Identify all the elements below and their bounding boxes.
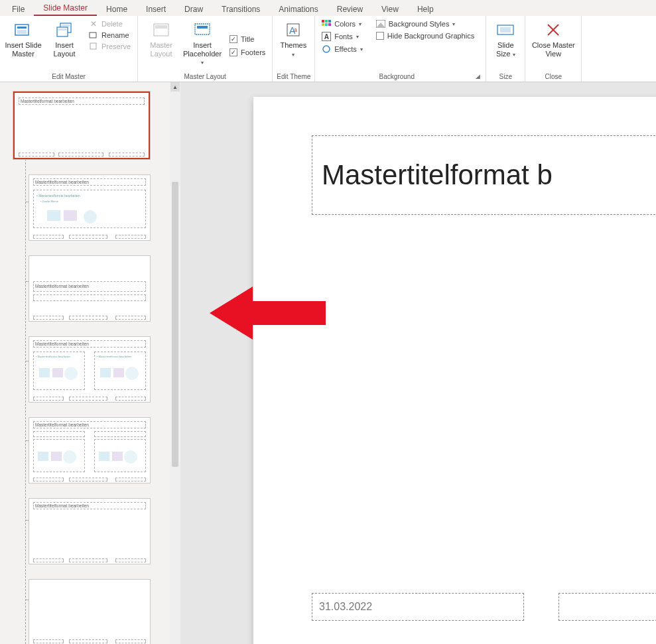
svg-point-32 <box>84 210 97 224</box>
svg-text:a: a <box>294 27 297 33</box>
edit-master-group-label: Edit Master <box>4 72 133 81</box>
preserve-icon <box>89 42 98 51</box>
layout-thumbnail[interactable] <box>29 580 150 644</box>
menu-draw[interactable]: Draw <box>175 3 212 16</box>
checkbox-checked-icon <box>230 35 237 43</box>
svg-rect-1 <box>17 27 27 29</box>
layout-thumbnail[interactable]: Mastertitelformat bearbeiten • Mastertes… <box>29 337 150 402</box>
master-thumbnail[interactable]: Mastertitelformat bearbeiten <box>13 92 150 159</box>
insert-slide-master-button[interactable]: Insert Slide Master <box>4 19 42 72</box>
menu-file[interactable]: File <box>3 3 34 16</box>
title-checkbox[interactable]: Title <box>227 34 268 44</box>
footer-placeholder[interactable] <box>558 593 656 621</box>
colors-button[interactable]: Colors▾ <box>319 19 365 29</box>
svg-rect-12 <box>197 26 208 29</box>
checkbox-icon <box>376 32 384 40</box>
svg-rect-21 <box>328 23 331 26</box>
fonts-button[interactable]: AFonts▾ <box>319 31 365 42</box>
chevron-down-icon: ▾ <box>513 52 515 58</box>
close-group-label: Close <box>529 72 577 81</box>
ribbon-group-background: Colors▾ AFonts▾ Effects▾ Background Styl… <box>315 16 486 82</box>
svg-rect-18 <box>328 20 331 23</box>
thumbnail-scrollbar[interactable]: ▲ <box>170 82 180 644</box>
slide-size-button[interactable]: Slide Size ▾ <box>490 19 521 72</box>
chevron-down-icon: ▾ <box>292 52 295 58</box>
svg-rect-30 <box>47 210 60 221</box>
svg-rect-16 <box>322 20 324 23</box>
svg-text:• Mastertestformat bearbeiten: • Mastertestformat bearbeiten <box>97 355 132 358</box>
ribbon: Insert Slide Master Insert Layout ✕Delet… <box>0 16 656 82</box>
layout-thumbnail[interactable]: Mastertitelformat bearbeiten <box>29 256 150 321</box>
chevron-down-icon: ▾ <box>360 46 363 52</box>
background-styles-icon <box>376 19 385 29</box>
svg-rect-6 <box>58 29 66 31</box>
svg-point-36 <box>64 367 78 380</box>
colors-icon <box>322 19 331 29</box>
menu-animations[interactable]: Animations <box>269 3 327 16</box>
delete-button: ✕Delete <box>86 19 133 29</box>
tree-line <box>25 99 26 644</box>
svg-rect-41 <box>38 452 48 461</box>
menu-insert[interactable]: Insert <box>137 3 175 16</box>
svg-rect-44 <box>99 452 109 461</box>
rename-button[interactable]: Rename <box>86 30 133 40</box>
insert-layout-label: Insert Layout <box>45 41 84 58</box>
svg-point-22 <box>323 46 330 52</box>
scroll-thumb[interactable] <box>172 182 178 467</box>
insert-layout-icon <box>54 20 75 40</box>
svg-rect-35 <box>52 368 63 377</box>
ribbon-group-edit-theme: Aa Themes▾ Edit Theme <box>273 16 315 82</box>
svg-rect-31 <box>64 210 77 221</box>
date-placeholder[interactable]: 31.03.2022 <box>312 593 524 621</box>
themes-button[interactable]: Aa Themes▾ <box>277 19 310 72</box>
menu-bar: File Slide Master Home Insert Draw Trans… <box>0 0 656 16</box>
master-layout-group-label: Master Layout <box>142 72 268 81</box>
scroll-up-icon[interactable]: ▲ <box>170 82 180 92</box>
insert-slide-master-icon <box>13 20 34 40</box>
slide-canvas-area: Mastertitelformat b 31.03.2022 <box>180 82 656 644</box>
svg-text:• Mastertestformat bearbeiten: • Mastertestformat bearbeiten <box>36 355 71 358</box>
svg-rect-19 <box>322 23 324 26</box>
edit-theme-group-label: Edit Theme <box>277 72 310 81</box>
dialog-launcher-icon[interactable]: ◢ <box>474 73 482 80</box>
menu-review[interactable]: Review <box>328 3 372 16</box>
menu-slide-master[interactable]: Slide Master <box>34 1 97 16</box>
layout-thumbnail[interactable]: Mastertitelformat bearbeiten <box>29 499 150 564</box>
svg-point-46 <box>124 450 137 464</box>
close-master-view-button[interactable]: Close Master View <box>529 19 577 72</box>
svg-rect-2 <box>17 30 27 34</box>
slide-size-icon <box>495 20 516 40</box>
menu-transitions[interactable]: Transitions <box>212 3 269 16</box>
hide-background-checkbox[interactable]: Hide Background Graphics <box>373 31 477 40</box>
svg-rect-7 <box>90 32 96 38</box>
master-layout-button: Master Layout <box>142 19 180 72</box>
menu-home[interactable]: Home <box>97 3 137 16</box>
title-placeholder[interactable]: Mastertitelformat b <box>312 135 656 215</box>
background-styles-button[interactable]: Background Styles▾ <box>373 19 477 29</box>
insert-layout-button[interactable]: Insert Layout <box>45 19 84 72</box>
svg-rect-8 <box>90 43 96 49</box>
effects-button[interactable]: Effects▾ <box>319 44 365 54</box>
layout-thumbnail[interactable]: Mastertitelformat bearbeiten • Mastertes… <box>29 175 150 240</box>
layout-thumbnail[interactable]: Mastertitelformat bearbeiten <box>29 418 150 483</box>
insert-placeholder-button[interactable]: Insert Placeholder ▾ <box>183 19 222 72</box>
slide-canvas[interactable]: Mastertitelformat b 31.03.2022 <box>253 97 656 644</box>
svg-rect-34 <box>39 368 50 377</box>
svg-rect-10 <box>155 25 167 29</box>
ribbon-group-size: Slide Size ▾ Size <box>486 16 525 82</box>
ribbon-group-master-layout: Master Layout Insert Placeholder ▾ Title… <box>138 16 273 82</box>
svg-marker-47 <box>210 287 326 340</box>
footers-checkbox[interactable]: Footers <box>227 48 268 57</box>
delete-icon: ✕ <box>89 19 98 29</box>
size-group-label: Size <box>490 72 521 81</box>
chevron-down-icon: ▾ <box>452 21 455 27</box>
rename-icon <box>89 31 98 40</box>
svg-rect-17 <box>325 20 328 23</box>
fonts-icon: A <box>322 32 331 41</box>
menu-help[interactable]: Help <box>408 3 443 16</box>
thumbnail-panel: Mastertitelformat bearbeiten Mastertitel… <box>0 82 180 644</box>
insert-placeholder-icon <box>192 20 213 40</box>
ribbon-group-edit-master: Insert Slide Master Insert Layout ✕Delet… <box>0 16 138 82</box>
menu-view[interactable]: View <box>372 3 408 16</box>
checkbox-checked-icon <box>230 48 237 56</box>
